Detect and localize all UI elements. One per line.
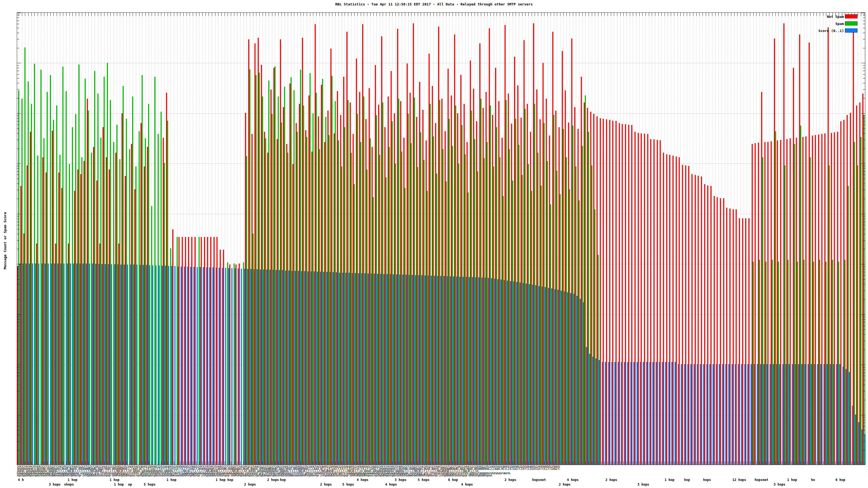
y-tick-minor <box>17 341 19 341</box>
x-tick-bottom <box>658 461 659 465</box>
x-tick-top <box>256 13 256 16</box>
x-tick-top <box>250 13 250 16</box>
x-tick-bottom <box>272 461 272 465</box>
hops-label: ho <box>811 478 815 482</box>
y-tick-major <box>17 63 21 63</box>
y-tick-minor <box>863 450 865 450</box>
y-tick-major <box>861 13 865 13</box>
v-gridline <box>190 13 190 465</box>
y-tick-minor <box>863 322 865 322</box>
x-tick-bottom <box>402 461 402 465</box>
v-gridline <box>687 13 687 465</box>
x-tick-bottom <box>855 461 855 465</box>
x-tick-top <box>310 13 310 16</box>
y-tick-minor <box>17 121 19 122</box>
x-tick-bottom <box>22 461 22 465</box>
x-tick-top <box>262 13 263 16</box>
bar-not-spam <box>789 138 791 465</box>
y-tick-minor <box>17 380 19 380</box>
v-gridline <box>658 13 659 465</box>
y-tick-minor <box>863 420 865 420</box>
x-tick-bottom <box>291 461 291 465</box>
x-tick-bottom <box>699 461 700 465</box>
y-tick-minor <box>863 78 865 78</box>
y-tick-minor <box>863 391 865 391</box>
x-tick-bottom <box>547 461 548 465</box>
bar-not-spam <box>220 250 221 465</box>
x-tick-top <box>332 13 332 16</box>
hops-label: 4 h <box>18 478 24 482</box>
x-tick-top <box>79 13 79 16</box>
x-tick-top <box>532 13 532 16</box>
x-tick-top <box>427 13 428 16</box>
y-tick-minor <box>863 225 865 225</box>
y-tick-minor <box>863 423 865 423</box>
x-tick-bottom <box>196 461 196 465</box>
x-tick-top <box>278 13 279 16</box>
x-tick-top <box>611 13 611 16</box>
x-tick-top <box>509 13 510 16</box>
v-gridline <box>731 13 731 465</box>
bar-score <box>225 268 226 465</box>
bar-not-spam <box>663 153 664 465</box>
x-tick-top <box>468 13 468 16</box>
y-tick-minor <box>863 249 865 249</box>
x-tick-bottom <box>399 461 399 465</box>
x-tick-bottom <box>528 461 529 465</box>
bar-not-spam <box>600 118 601 465</box>
bar-not-spam <box>229 265 230 465</box>
x-tick-top <box>28 13 29 16</box>
x-label-row: hopstbpbdbnbpbstopbbstbnbo5n5oGoBakonase… <box>17 474 866 477</box>
v-gridline <box>696 13 696 465</box>
bar-spam <box>860 137 862 465</box>
bar-not-spam <box>612 121 613 465</box>
bar-not-spam <box>682 165 683 465</box>
x-tick-bottom <box>671 461 671 465</box>
x-tick-bottom <box>227 461 228 465</box>
bar-not-spam <box>742 218 743 465</box>
bar-score <box>70 263 71 465</box>
x-tick-bottom <box>750 461 750 465</box>
y-tick-minor <box>863 168 865 169</box>
x-tick-bottom <box>44 461 44 465</box>
y-tick-minor <box>17 272 19 272</box>
y-tick-minor <box>17 420 19 420</box>
x-tick-top <box>199 13 199 16</box>
bar-not-spam <box>707 186 708 465</box>
hops-label: 4 hops <box>567 478 579 482</box>
x-tick-bottom <box>766 461 766 465</box>
x-tick-top <box>152 13 152 16</box>
bar-not-spam <box>710 186 712 465</box>
hops-label: 4 hops <box>357 478 368 482</box>
bar-score <box>152 265 153 465</box>
x-tick-top <box>161 13 161 16</box>
v-gridline <box>835 13 836 465</box>
v-gridline <box>816 13 817 465</box>
x-tick-top <box>864 13 864 16</box>
x-tick-bottom <box>345 461 345 465</box>
legend-label-not-spam: Not Spam <box>827 14 844 19</box>
x-tick-bottom <box>829 461 830 465</box>
y-tick-minor <box>863 174 865 175</box>
y-tick-minor <box>863 275 865 275</box>
x-tick-top <box>554 13 554 16</box>
x-tick-bottom <box>475 461 475 465</box>
x-tick-top <box>424 13 424 16</box>
x-tick-top <box>497 13 497 16</box>
y-tick-minor <box>17 369 19 370</box>
x-tick-top <box>760 13 760 16</box>
y-tick-minor <box>17 391 19 391</box>
x-tick-bottom <box>297 461 298 465</box>
x-tick-top <box>456 13 456 16</box>
bar-not-spam <box>745 218 746 465</box>
x-tick-top <box>335 13 336 16</box>
x-tick-top <box>566 13 567 16</box>
hops-label: 1 hop <box>216 478 225 482</box>
x-tick-bottom <box>712 461 712 465</box>
v-gridline <box>674 13 674 465</box>
x-tick-bottom <box>459 461 459 465</box>
x-tick-top <box>34 13 35 16</box>
x-tick-bottom <box>525 461 525 465</box>
x-tick-top <box>623 13 624 16</box>
bar-not-spam <box>730 208 731 465</box>
